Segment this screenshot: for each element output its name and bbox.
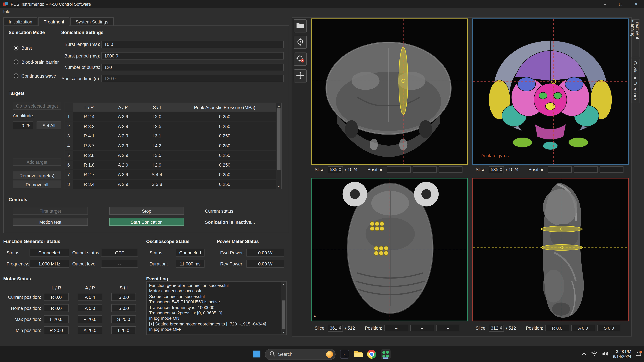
- maximize-button[interactable]: ▢: [613, 0, 628, 8]
- sagittal-mri-image: [473, 178, 628, 321]
- wifi-icon[interactable]: [591, 351, 598, 357]
- first-target-button[interactable]: First target: [13, 207, 88, 215]
- imaging-pane: Slice: 535 / 1024 Position: -- -- --: [292, 17, 632, 337]
- pan-tool-button[interactable]: [294, 69, 307, 82]
- target-row[interactable]: 4R 3.7A 2.9I 4.20.250: [64, 141, 276, 151]
- notification-bell-button[interactable]: [636, 351, 642, 357]
- radio-blood-brain-barrier[interactable]: Blood-brain barrier: [14, 59, 59, 64]
- target-row[interactable]: 8R 3.4A 2.9S 3.80.250: [64, 179, 276, 189]
- remove-targets-button[interactable]: Remove target(s): [13, 172, 61, 179]
- rev-power-value: 0.00 W: [246, 260, 284, 268]
- scroll-down-icon[interactable]: ▼: [282, 330, 286, 335]
- tray-chevron-up-icon[interactable]: [582, 351, 586, 357]
- spinner-icon[interactable]: [338, 325, 342, 331]
- log-line: Transducer frequency is: 1000000: [149, 305, 278, 310]
- horizontal-slice-input[interactable]: 361: [328, 325, 343, 332]
- viewport-coronal[interactable]: [311, 18, 468, 165]
- slice-label: Slice:: [314, 167, 326, 172]
- targets-title: Targets: [8, 91, 24, 95]
- app-icon: [3, 2, 8, 6]
- open-file-button[interactable]: [294, 19, 307, 32]
- coronal-slice-input[interactable]: 535: [328, 166, 343, 173]
- chrome-icon[interactable]: [367, 350, 376, 359]
- targets-table-scrollbar[interactable]: ▲ ▼: [276, 103, 282, 189]
- burst-length-input[interactable]: 10.0: [102, 40, 284, 48]
- start-button[interactable]: [254, 350, 260, 358]
- tab-cavitation-feedback[interactable]: Cavitation Feedback: [631, 59, 640, 103]
- target-tool-button[interactable]: [294, 36, 307, 49]
- position-value: --: [438, 166, 462, 173]
- atlas-slice-input[interactable]: 535: [489, 166, 504, 173]
- viewport-atlas[interactable]: Dentate gyrus: [472, 18, 629, 165]
- file-explorer-icon[interactable]: [354, 351, 363, 358]
- viewport-sagittal[interactable]: [472, 178, 629, 321]
- minimize-button[interactable]: –: [597, 0, 613, 8]
- scroll-up-icon[interactable]: ▲: [282, 282, 286, 286]
- target-row[interactable]: 5R 2.8A 2.9I 3.50.250: [64, 151, 276, 160]
- fg-frequency-label: Frequency:: [6, 261, 29, 266]
- start-sonication-button[interactable]: Start Sonication: [109, 218, 184, 226]
- viewport-horizontal[interactable]: A: [311, 178, 468, 321]
- fus-app-taskbar-button[interactable]: [381, 349, 390, 359]
- motion-test-button[interactable]: Motion test: [13, 218, 88, 226]
- fg-output-level-value: --: [101, 260, 138, 268]
- treatment-panel: Sonication Mode Burst Blood-brain barrie…: [3, 25, 289, 233]
- file-menu[interactable]: File: [0, 9, 14, 14]
- motor-row-label: Current position:: [3, 295, 41, 300]
- targets-table: L / R A / P S / I Peak Acoustic Pressure…: [64, 103, 282, 189]
- set-all-button[interactable]: Set All: [36, 121, 61, 129]
- remove-target-tool-button[interactable]: [294, 52, 307, 65]
- power-meter-title: Power Meter Status: [217, 239, 259, 244]
- spinner-icon[interactable]: [338, 166, 342, 173]
- target-row[interactable]: 1R 2.4A 2.9I 2.00.250: [64, 112, 276, 122]
- target-row[interactable]: 7R 2.7A 2.9S 4.40.250: [64, 170, 276, 180]
- volume-icon[interactable]: [602, 351, 608, 357]
- oscilloscope-title: Oscilloscope Status: [146, 239, 190, 244]
- copilot-icon[interactable]: [326, 351, 333, 358]
- remove-all-button[interactable]: Remove all: [13, 181, 61, 189]
- scrollbar-thumb[interactable]: [277, 108, 280, 170]
- target-row[interactable]: 6R 1.8A 2.9I 2.90.250: [64, 160, 276, 170]
- radio-bbb-dot: [14, 59, 18, 64]
- fg-output-status-value: OFF: [101, 249, 138, 257]
- window-controls: – ▢ ✕: [597, 0, 644, 8]
- log-line: In jog mode OFF: [149, 327, 278, 332]
- close-button[interactable]: ✕: [628, 0, 644, 8]
- log-line: [+] Setting bregma motor coordinates to …: [149, 321, 278, 327]
- motor-col-si: S / I: [111, 285, 136, 290]
- tray-time: 3:28 PM: [613, 349, 631, 354]
- go-to-selected-target-button[interactable]: Go to selected target: [13, 102, 61, 110]
- main-tabs: Initialization Treatment System Settings: [3, 17, 114, 25]
- stop-button[interactable]: Stop: [109, 207, 184, 215]
- tab-initialization[interactable]: Initialization: [3, 17, 38, 25]
- scroll-down-icon[interactable]: ▼: [276, 184, 281, 189]
- windows-logo-icon: [254, 350, 260, 358]
- scrollbar-thumb[interactable]: [282, 301, 286, 329]
- taskbar-search[interactable]: Search: [265, 349, 336, 360]
- tray-clock[interactable]: 3:28 PM 6/14/2024: [613, 349, 631, 359]
- event-log-title: Event Log: [146, 276, 168, 281]
- sonication-time-label: Sonication time (s):: [7, 76, 100, 81]
- terminal-app-icon[interactable]: >_: [340, 350, 349, 359]
- event-log[interactable]: Function generator connection successful…: [146, 281, 287, 335]
- tab-system-settings[interactable]: System Settings: [70, 17, 114, 25]
- target-row[interactable]: 3R 4.1A 2.9I 3.10.250: [64, 131, 276, 141]
- fg-frequency-value: 1.000 MHz: [30, 260, 69, 268]
- tab-treatment-planning[interactable]: Treatment Planning: [631, 19, 640, 57]
- number-of-bursts-input[interactable]: 120: [102, 64, 284, 71]
- position-value: --: [574, 166, 598, 173]
- burst-period-input[interactable]: 1000.0: [102, 52, 284, 59]
- add-target-button[interactable]: Add target: [13, 158, 61, 166]
- spinner-icon[interactable]: [498, 325, 504, 331]
- scroll-up-icon[interactable]: ▲: [276, 103, 281, 108]
- motor-value: S 20.0: [111, 315, 136, 323]
- spinner-icon[interactable]: [498, 166, 504, 173]
- amplitude-input[interactable]: 0.25: [13, 121, 33, 129]
- target-row[interactable]: 2R 3.2A 2.9I 2.50.250: [64, 122, 276, 131]
- position-value: S 0.0: [597, 325, 621, 331]
- log-line: In jog mode ON: [149, 316, 278, 321]
- sagittal-slice-input[interactable]: 312: [489, 325, 504, 332]
- atlas-slice-bar: Slice: 535 / 1024 Position: -- -- --: [472, 165, 629, 174]
- tab-treatment[interactable]: Treatment: [38, 17, 70, 26]
- event-log-scrollbar[interactable]: ▲ ▼: [281, 282, 286, 335]
